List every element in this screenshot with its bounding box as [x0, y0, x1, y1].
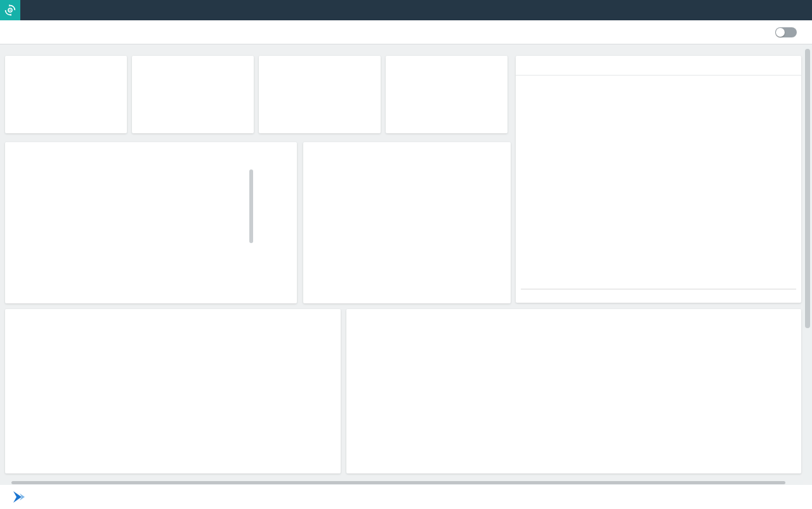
- kpi-card-mean-of-max-heart-rate: [386, 56, 508, 133]
- vertical-scrollbar[interactable]: [803, 45, 812, 480]
- footer: [0, 485, 812, 509]
- auto-update-toggle[interactable]: [775, 27, 797, 37]
- horizontal-scrollbar[interactable]: [0, 480, 803, 485]
- horizontal-scrollbar-thumb[interactable]: [11, 481, 785, 484]
- vertical-scrollbar-thumb[interactable]: [805, 49, 810, 328]
- toggle-knob: [776, 28, 785, 37]
- page-header: [0, 20, 812, 44]
- kpi-card-mean-of-cholesterol: [259, 56, 381, 133]
- bar-chart-card: [303, 142, 511, 303]
- analysis-statistics-card: [5, 309, 341, 473]
- sync-gear-icon: [4, 4, 16, 17]
- panel-scrollbar-thumb[interactable]: [249, 169, 253, 243]
- imr-chart-card: [346, 309, 801, 473]
- kpi-card-mean-of-age: [5, 56, 127, 133]
- divider: [516, 75, 801, 76]
- page: [0, 0, 812, 509]
- kpi-card-mean-of-rest-blood-pressure: [132, 56, 254, 133]
- analysis-sixpack-card: [516, 56, 801, 303]
- minitab-logo-icon: [12, 491, 27, 503]
- dashboard-content: [0, 45, 803, 482]
- minitab-connect-logo-icon[interactable]: [0, 0, 20, 20]
- divider: [521, 289, 796, 289]
- correlogram-card: [5, 142, 297, 303]
- topbar: [0, 0, 812, 20]
